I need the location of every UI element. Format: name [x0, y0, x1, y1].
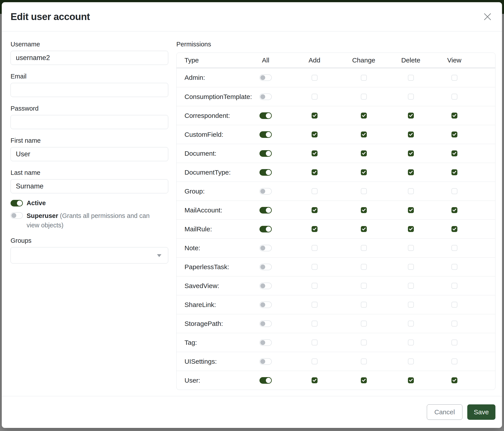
permission-delete-checkbox[interactable]: [408, 264, 414, 270]
permission-change-checkbox[interactable]: [361, 321, 367, 327]
username-input[interactable]: [10, 51, 168, 65]
permission-view-checkbox[interactable]: [451, 226, 457, 232]
permission-delete-checkbox[interactable]: [408, 150, 414, 156]
permission-add-checkbox[interactable]: [312, 359, 317, 364]
permission-view-checkbox[interactable]: [451, 113, 457, 118]
permission-delete-checkbox[interactable]: [408, 321, 414, 327]
permission-change-checkbox[interactable]: [361, 169, 367, 175]
close-button[interactable]: [481, 10, 494, 23]
permission-view-checkbox[interactable]: [451, 340, 457, 345]
permission-add-checkbox[interactable]: [312, 132, 317, 137]
permission-add-checkbox[interactable]: [312, 302, 317, 308]
superuser-toggle[interactable]: [10, 212, 23, 219]
permission-change-checkbox[interactable]: [361, 359, 367, 364]
permission-change-checkbox[interactable]: [361, 207, 367, 213]
permission-delete-checkbox[interactable]: [408, 302, 414, 308]
permission-view-checkbox[interactable]: [451, 132, 457, 137]
permission-add-checkbox[interactable]: [312, 245, 317, 251]
permission-view-checkbox[interactable]: [451, 150, 457, 156]
permission-all-toggle[interactable]: [260, 93, 272, 100]
permission-delete-checkbox[interactable]: [408, 226, 414, 232]
modal-body: Username Email Password First name Last: [2, 31, 502, 396]
permission-change-checkbox[interactable]: [361, 340, 367, 345]
permission-change-checkbox[interactable]: [361, 264, 367, 270]
permission-delete-checkbox[interactable]: [408, 169, 414, 175]
permission-all-toggle[interactable]: [260, 131, 272, 138]
permission-view-checkbox[interactable]: [451, 207, 457, 213]
permission-change-checkbox[interactable]: [361, 75, 367, 81]
permission-all-toggle[interactable]: [260, 188, 272, 195]
permission-all-toggle[interactable]: [260, 226, 272, 233]
permission-view-checkbox[interactable]: [451, 302, 457, 308]
active-toggle[interactable]: [10, 200, 23, 207]
permission-change-checkbox[interactable]: [361, 302, 367, 308]
permission-change-checkbox[interactable]: [361, 226, 367, 232]
permission-all-toggle[interactable]: [260, 264, 272, 270]
permission-change-checkbox[interactable]: [361, 283, 367, 289]
table-cell: [242, 226, 290, 233]
save-button[interactable]: Save: [467, 404, 495, 420]
permission-all-toggle[interactable]: [260, 320, 272, 327]
permission-view-checkbox[interactable]: [451, 321, 457, 327]
permission-delete-checkbox[interactable]: [408, 359, 414, 364]
permission-all-toggle[interactable]: [260, 245, 272, 251]
permission-delete-checkbox[interactable]: [408, 283, 414, 289]
permission-add-checkbox[interactable]: [312, 94, 317, 100]
permission-add-checkbox[interactable]: [312, 207, 317, 213]
permission-delete-checkbox[interactable]: [408, 132, 414, 137]
permission-delete-checkbox[interactable]: [408, 340, 414, 345]
cancel-button[interactable]: Cancel: [427, 404, 462, 420]
toggle-knob: [11, 213, 16, 218]
permission-all-toggle[interactable]: [260, 74, 272, 81]
permission-add-checkbox[interactable]: [312, 283, 317, 289]
permission-add-checkbox[interactable]: [312, 188, 317, 194]
permission-change-checkbox[interactable]: [361, 113, 367, 118]
permission-add-checkbox[interactable]: [312, 169, 317, 175]
permission-view-checkbox[interactable]: [451, 245, 457, 251]
permission-change-checkbox[interactable]: [361, 188, 367, 194]
permission-add-checkbox[interactable]: [312, 75, 317, 81]
permission-change-checkbox[interactable]: [361, 377, 367, 383]
permission-change-checkbox[interactable]: [361, 245, 367, 251]
permission-view-checkbox[interactable]: [451, 188, 457, 194]
permission-view-checkbox[interactable]: [451, 169, 457, 175]
permission-add-checkbox[interactable]: [312, 264, 317, 270]
permission-delete-checkbox[interactable]: [408, 245, 414, 251]
permission-all-toggle[interactable]: [260, 358, 272, 365]
permission-delete-checkbox[interactable]: [408, 75, 414, 81]
permission-all-toggle[interactable]: [260, 169, 272, 176]
permission-delete-checkbox[interactable]: [408, 113, 414, 118]
permission-view-checkbox[interactable]: [451, 75, 457, 81]
permission-view-checkbox[interactable]: [451, 94, 457, 100]
permission-all-toggle[interactable]: [260, 283, 272, 289]
permission-all-toggle[interactable]: [260, 377, 272, 384]
permission-change-checkbox[interactable]: [361, 94, 367, 100]
permission-add-checkbox[interactable]: [312, 377, 317, 383]
permission-all-toggle[interactable]: [260, 207, 272, 214]
toggle-knob: [266, 207, 271, 213]
permission-view-checkbox[interactable]: [451, 264, 457, 270]
permission-delete-checkbox[interactable]: [408, 377, 414, 383]
last-name-field[interactable]: [10, 179, 168, 193]
permission-delete-checkbox[interactable]: [408, 188, 414, 194]
permission-delete-checkbox[interactable]: [408, 94, 414, 100]
permission-all-toggle[interactable]: [260, 150, 272, 157]
permission-view-checkbox[interactable]: [451, 377, 457, 383]
permission-all-toggle[interactable]: [260, 301, 272, 308]
permission-add-checkbox[interactable]: [312, 226, 317, 232]
permission-change-checkbox[interactable]: [361, 132, 367, 137]
permission-view-checkbox[interactable]: [451, 359, 457, 364]
permission-all-toggle[interactable]: [260, 112, 272, 119]
permission-change-checkbox[interactable]: [361, 150, 367, 156]
permission-add-checkbox[interactable]: [312, 340, 317, 345]
password-field[interactable]: [10, 115, 168, 129]
permission-all-toggle[interactable]: [260, 339, 272, 346]
groups-select[interactable]: [10, 247, 168, 263]
email-field[interactable]: [10, 83, 168, 97]
permission-view-checkbox[interactable]: [451, 283, 457, 289]
permission-add-checkbox[interactable]: [312, 150, 317, 156]
first-name-field[interactable]: [10, 147, 168, 161]
permission-add-checkbox[interactable]: [312, 321, 317, 327]
permission-add-checkbox[interactable]: [312, 113, 317, 118]
permission-delete-checkbox[interactable]: [408, 207, 414, 213]
